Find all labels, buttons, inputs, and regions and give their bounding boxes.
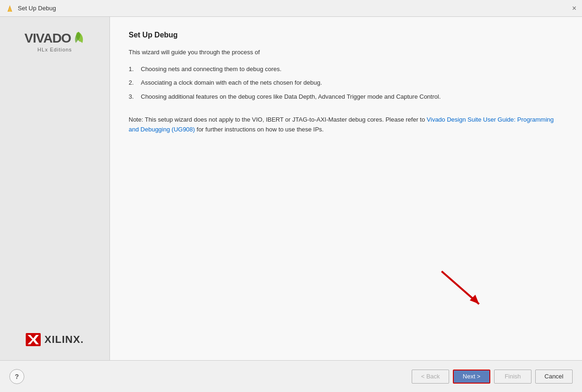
step-3: 3. Choosing additional features on the d… (129, 92, 563, 102)
vivado-wordmark: VIVADO (24, 31, 71, 46)
note-text: Note: This setup wizard does not apply t… (129, 115, 563, 135)
close-button[interactable]: × (572, 5, 576, 12)
xilinx-icon (26, 333, 41, 346)
help-button[interactable]: ? (9, 369, 24, 384)
svg-line-5 (442, 271, 479, 304)
steps-list: 1. Choosing nets and connecting them to … (129, 65, 563, 106)
step-2-num: 2. (129, 78, 141, 87)
bottom-left: ? (9, 369, 24, 384)
sidebar-top: VIVADO HLx Editions (24, 31, 85, 52)
content-intro: This wizard will guide you through the p… (129, 48, 563, 57)
title-bar: Set Up Debug × (0, 0, 582, 17)
app-icon (6, 4, 14, 13)
cancel-button[interactable]: Cancel (535, 370, 573, 384)
back-button[interactable]: < Back (412, 370, 449, 384)
arrow-area (129, 135, 563, 351)
bottom-right: < Back Next > Finish Cancel (412, 370, 573, 384)
step-1-text: Choosing nets and connecting them to deb… (141, 65, 282, 74)
step-1: 1. Choosing nets and connecting them to … (129, 65, 563, 74)
vivado-text-wrapper: VIVADO (24, 31, 85, 48)
vivado-logo: VIVADO HLx Editions (24, 31, 85, 52)
content-area: Set Up Debug This wizard will guide you … (110, 17, 582, 360)
vivado-leaf-icon (72, 31, 85, 48)
main-container: VIVADO HLx Editions XILINX. (0, 17, 582, 360)
vivado-subtitle: HLx Editions (37, 47, 72, 52)
title-bar-title: Set Up Debug (18, 5, 56, 12)
sidebar: VIVADO HLx Editions XILINX. (0, 17, 110, 360)
step-2-text: Associating a clock domain with each of … (141, 78, 322, 87)
step-2: 2. Associating a clock domain with each … (129, 78, 563, 87)
bottom-bar: ? < Back Next > Finish Cancel (0, 360, 582, 392)
xilinx-logo: XILINX. (26, 333, 84, 346)
note-suffix: for further instructions on how to use t… (195, 126, 324, 133)
title-bar-left: Set Up Debug (6, 4, 56, 13)
step-3-num: 3. (129, 92, 141, 102)
annotation-arrow (437, 267, 493, 313)
content-title: Set Up Debug (129, 31, 563, 39)
finish-button[interactable]: Finish (494, 370, 531, 384)
svg-marker-6 (470, 295, 479, 304)
step-1-num: 1. (129, 65, 141, 74)
xilinx-wordmark: XILINX. (44, 334, 84, 346)
step-3-text: Choosing additional features on the debu… (141, 92, 441, 102)
note-prefix: Note: This setup wizard does not apply t… (129, 116, 427, 123)
next-button[interactable]: Next > (453, 370, 490, 384)
